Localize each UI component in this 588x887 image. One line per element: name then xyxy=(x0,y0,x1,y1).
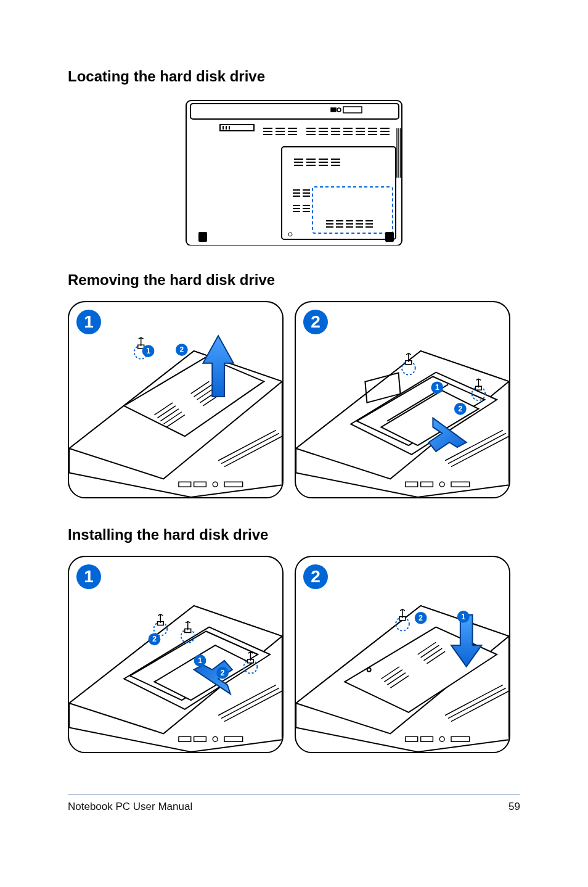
locating-diagram xyxy=(183,97,405,245)
step-badge: 1 xyxy=(76,310,101,334)
step-badge: 1 xyxy=(76,564,101,589)
installing-step-2-panel: 2 xyxy=(295,556,510,753)
step-badge: 2 xyxy=(303,564,328,589)
installing-step-2-diagram: 2 1 xyxy=(296,557,509,752)
step-badge: 2 xyxy=(303,310,328,334)
sub-badge: 1 xyxy=(461,613,465,621)
locating-title: Locating the hard disk drive xyxy=(68,68,520,85)
installing-section: Installing the hard disk drive 1 xyxy=(68,526,520,753)
footer-left: Notebook PC User Manual xyxy=(68,801,192,813)
installing-steps: 1 xyxy=(68,556,520,753)
sub-badge: 1 xyxy=(435,383,439,392)
installing-step-1-panel: 1 xyxy=(68,556,284,753)
footer-page-number: 59 xyxy=(508,801,520,813)
svg-rect-78 xyxy=(385,232,394,242)
page-footer: Notebook PC User Manual 59 xyxy=(68,794,520,813)
sub-badge: 2 xyxy=(180,345,184,354)
removing-step-2-diagram: 1 2 xyxy=(296,302,509,497)
sub-badge: 1 xyxy=(198,656,202,665)
sub-badge: 2 xyxy=(459,405,463,413)
installing-title: Installing the hard disk drive xyxy=(68,526,520,543)
removing-title: Removing the hard disk drive xyxy=(68,271,520,289)
svg-rect-85 xyxy=(331,108,336,112)
manual-page: Locating the hard disk drive xyxy=(0,0,588,887)
sub-badge: 2 xyxy=(152,635,157,643)
sub-badge: 1 xyxy=(146,347,150,355)
removing-steps: 1 xyxy=(68,301,520,498)
sub-badge: 2 xyxy=(419,614,423,622)
removing-section: Removing the hard disk drive 1 xyxy=(68,271,520,498)
removing-step-2-panel: 2 xyxy=(295,301,510,498)
svg-rect-1 xyxy=(190,104,399,119)
removing-step-1-panel: 1 xyxy=(68,301,284,498)
locating-section: Locating the hard disk drive xyxy=(68,68,520,245)
installing-step-1-diagram: 2 1 2 xyxy=(69,557,282,752)
removing-step-1-diagram: 1 2 xyxy=(69,302,282,497)
sub-badge: 2 xyxy=(221,669,225,677)
svg-rect-77 xyxy=(198,232,207,242)
